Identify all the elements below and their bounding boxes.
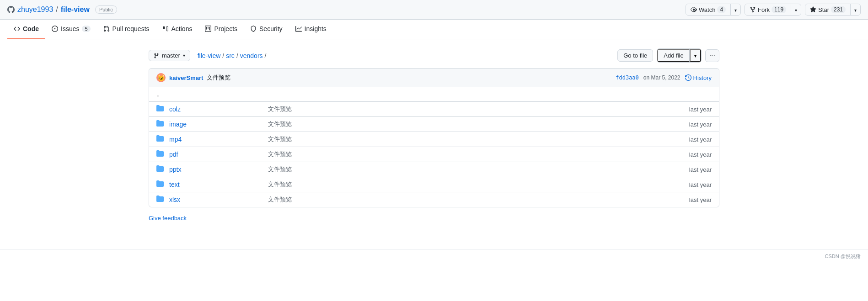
branch-name: master [162,52,180,59]
file-description: 文件预览 [261,120,666,128]
fork-dropdown-button[interactable]: ▾ [791,4,801,15]
tab-projects-label: Projects [214,25,237,32]
octocat-icon [7,6,15,13]
top-bar: zhuye1993 / file-view Public Watch 4 ▾ [0,0,868,20]
tab-insights-label: Insights [305,25,327,32]
commit-info-left: 🐱 kaiverSmart 文件预览 [156,73,230,82]
breadcrumb-file-view[interactable]: file-view [198,52,221,59]
more-options-button[interactable]: ··· [705,49,719,62]
star-dropdown-button[interactable]: ▾ [851,4,860,15]
breadcrumb-vendors[interactable]: vendors [240,52,263,59]
folder-icon [156,165,166,174]
add-file-button[interactable]: Add file [657,49,689,62]
breadcrumb-sep-1: / [222,52,224,59]
commit-header-row: 🐱 kaiverSmart 文件预览 fdd3aa0 on Mar 5, 202… [149,69,719,87]
repo-title: zhuye1993 / file-view Public [7,5,117,14]
footer-text: CSDN @悦说猪 [825,253,861,259]
tab-issues[interactable]: Issues 5 [45,20,97,39]
file-name: mp4 [169,136,261,143]
file-time: last year [666,196,712,203]
file-table: 🐱 kaiverSmart 文件预览 fdd3aa0 on Mar 5, 202… [149,68,719,207]
file-description: 文件预览 [261,165,666,174]
go-to-file-button[interactable]: Go to file [617,49,653,62]
file-time: last year [666,136,712,143]
parent-dir-label[interactable]: .. [156,91,160,98]
watch-btn-group: Watch 4 ▾ [686,4,741,16]
watch-dropdown-button[interactable]: ▾ [731,4,740,15]
watch-button[interactable]: Watch 4 [686,4,731,15]
star-count: 231 [831,6,846,13]
history-link[interactable]: History [685,74,712,81]
file-name-link[interactable]: mp4 [169,136,182,143]
repo-badge: Public [95,5,117,14]
feedback-link[interactable]: Give feedback [149,215,187,222]
file-name-link[interactable]: image [169,121,187,128]
file-name: pptx [169,166,261,173]
tab-code[interactable]: Code [7,20,45,39]
tab-actions-label: Actions [171,25,193,32]
tab-actions[interactable]: Actions [156,20,199,39]
breadcrumb-sep-3: / [265,52,267,59]
file-row: text 文件预览 last year [149,177,719,192]
file-time: last year [666,121,712,128]
branch-selector[interactable]: master ▾ [149,50,190,61]
main-content: master ▾ file-view / src / vendors / Go … [141,39,727,231]
file-row: mp4 文件预览 last year [149,132,719,147]
file-name-link[interactable]: xlsx [169,196,180,203]
repo-name[interactable]: file-view [61,5,90,14]
file-nav-left: master ▾ file-view / src / vendors / [149,50,266,61]
star-button[interactable]: Star 231 [805,4,851,15]
file-description: 文件预览 [261,150,666,158]
history-label: History [693,74,712,81]
star-icon [810,6,816,13]
tab-code-label: Code [23,25,39,32]
folder-icon [156,120,166,129]
watch-count: 4 [717,6,726,13]
issues-icon [52,26,58,32]
add-file-btn-group: Add file ▾ [657,48,701,63]
folder-icon [156,195,166,204]
file-name-link[interactable]: colz [169,106,181,113]
file-row: image 文件预览 last year [149,117,719,132]
file-name: pdf [169,151,261,158]
repo-owner[interactable]: zhuye1993 [17,5,53,14]
commit-info-right: fdd3aa0 on Mar 5, 2022 History [616,74,712,81]
star-label: Star [818,6,829,13]
file-name: text [169,181,261,188]
tab-projects[interactable]: Projects [198,20,244,39]
file-time: last year [666,181,712,188]
folder-icon [156,135,166,144]
actions-icon [162,26,169,32]
chevron-down-icon: ▾ [694,53,697,58]
fork-button[interactable]: Fork 119 [745,4,791,15]
commit-author[interactable]: kaiverSmart [169,74,203,81]
file-name-link[interactable]: pptx [169,166,181,173]
projects-icon [205,26,211,32]
breadcrumb-sep-2: / [236,52,238,59]
breadcrumb-src[interactable]: src [226,52,235,59]
branch-chevron-icon: ▾ [183,53,185,58]
chevron-down-icon: ▾ [854,8,857,13]
footer: CSDN @悦说猪 [0,249,868,264]
file-row: xlsx 文件预览 last year [149,192,719,207]
parent-dir-row: .. [149,87,719,102]
add-file-dropdown-button[interactable]: ▾ [690,49,701,62]
pr-icon [103,26,110,32]
history-icon [685,74,691,81]
file-name-link[interactable]: text [169,181,180,188]
fork-btn-group: Fork 119 ▾ [745,4,801,16]
file-description: 文件预览 [261,195,666,204]
file-row: colz 文件预览 last year [149,102,719,117]
tab-security[interactable]: Security [244,20,289,39]
file-name: image [169,121,261,128]
fork-label: Fork [758,6,770,13]
tab-pr-label: Pull requests [113,25,150,32]
file-name-link[interactable]: pdf [169,151,178,158]
issues-badge: 5 [82,26,90,32]
code-icon [14,26,20,32]
repo-separator: / [56,5,58,14]
tab-insights[interactable]: Insights [289,20,333,39]
commit-hash[interactable]: fdd3aa0 [616,74,639,81]
avatar-img: 🐱 [157,74,165,81]
tab-pull-requests[interactable]: Pull requests [97,20,156,39]
